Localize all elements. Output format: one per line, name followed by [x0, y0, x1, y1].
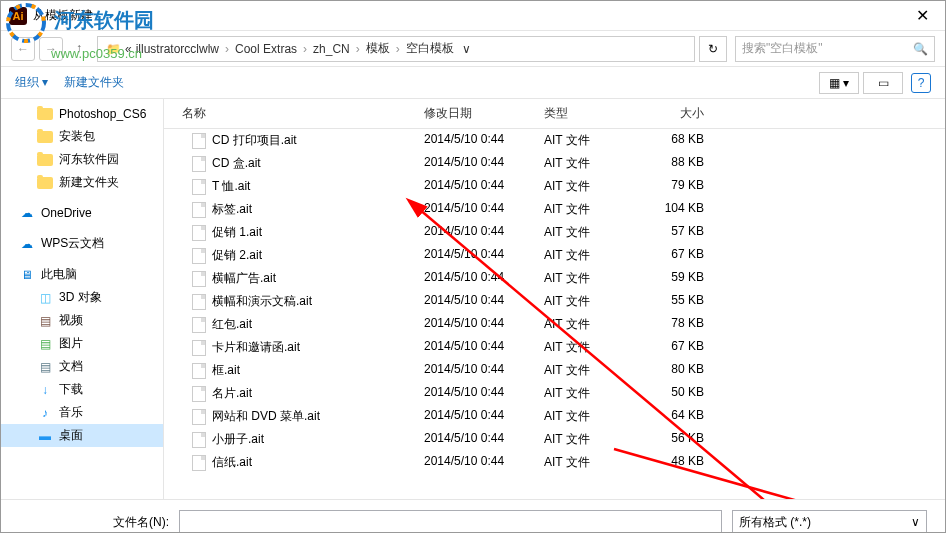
file-icon — [192, 202, 206, 218]
file-row[interactable]: CD 盒.ait 2014/5/10 0:44 AIT 文件 88 KB — [164, 152, 945, 175]
image-icon: ▤ — [37, 336, 53, 352]
file-row[interactable]: 促销 1.ait 2014/5/10 0:44 AIT 文件 57 KB — [164, 221, 945, 244]
file-icon — [192, 294, 206, 310]
sidebar-item[interactable]: ▤视频 — [1, 309, 163, 332]
file-icon — [192, 133, 206, 149]
folder-icon — [37, 129, 53, 145]
folder-icon — [37, 152, 53, 168]
file-row[interactable]: CD 打印项目.ait 2014/5/10 0:44 AIT 文件 68 KB — [164, 129, 945, 152]
col-size-header[interactable]: 大小 — [654, 105, 734, 122]
app-icon: Ai — [9, 7, 27, 25]
desktop-icon: ▬ — [37, 428, 53, 444]
pc-icon: 🖥 — [19, 267, 35, 283]
folder-icon — [37, 175, 53, 191]
folder-icon — [37, 106, 53, 122]
music-icon: ♪ — [37, 405, 53, 421]
folder-icon: 📁 — [106, 42, 121, 56]
sidebar-item[interactable]: ▤文档 — [1, 355, 163, 378]
file-icon — [192, 363, 206, 379]
search-box[interactable]: 搜索"空白模板" 🔍 — [735, 36, 935, 62]
col-date-header[interactable]: 修改日期 — [424, 105, 544, 122]
file-row[interactable]: 网站和 DVD 菜单.ait 2014/5/10 0:44 AIT 文件 64 … — [164, 405, 945, 428]
file-icon — [192, 317, 206, 333]
file-icon — [192, 248, 206, 264]
list-header: 名称 修改日期 类型 大小 — [164, 99, 945, 129]
file-list: 名称 修改日期 类型 大小 CD 打印项目.ait 2014/5/10 0:44… — [164, 99, 945, 499]
file-row[interactable]: T 恤.ait 2014/5/10 0:44 AIT 文件 79 KB — [164, 175, 945, 198]
file-row[interactable]: 小册子.ait 2014/5/10 0:44 AIT 文件 56 KB — [164, 428, 945, 451]
format-select[interactable]: 所有格式 (*.*) ∨ — [732, 510, 927, 533]
sidebar-item[interactable]: ☁WPS云文档 — [1, 232, 163, 255]
titlebar: Ai 从模板新建 ✕ — [1, 1, 945, 31]
window-title: 从模板新建 — [33, 7, 908, 24]
search-icon: 🔍 — [913, 42, 928, 56]
toolbar: 组织 ▾ 新建文件夹 ▦ ▾ ▭ ? — [1, 67, 945, 99]
file-row[interactable]: 框.ait 2014/5/10 0:44 AIT 文件 80 KB — [164, 359, 945, 382]
file-icon — [192, 386, 206, 402]
forward-button[interactable]: → — [39, 37, 63, 61]
file-icon — [192, 271, 206, 287]
preview-pane-button[interactable]: ▭ — [863, 72, 903, 94]
file-row[interactable]: 促销 2.ait 2014/5/10 0:44 AIT 文件 67 KB — [164, 244, 945, 267]
sidebar-item[interactable]: ☁OneDrive — [1, 202, 163, 224]
file-row[interactable]: 横幅和演示文稿.ait 2014/5/10 0:44 AIT 文件 55 KB — [164, 290, 945, 313]
doc-icon: ▤ — [37, 359, 53, 375]
file-icon — [192, 156, 206, 172]
3d-icon: ◫ — [37, 290, 53, 306]
footer: 文件名(N): 所有格式 (*.*) ∨ 新建(N) 取消 — [1, 499, 945, 533]
sidebar-item[interactable]: 河东软件园 — [1, 148, 163, 171]
download-icon: ↓ — [37, 382, 53, 398]
organize-menu[interactable]: 组织 ▾ — [15, 74, 48, 91]
onedrive-icon: ☁ — [19, 205, 35, 221]
sidebar-item[interactable]: ♪音乐 — [1, 401, 163, 424]
file-row[interactable]: 名片.ait 2014/5/10 0:44 AIT 文件 50 KB — [164, 382, 945, 405]
filename-label: 文件名(N): — [19, 514, 169, 531]
filename-input[interactable] — [179, 510, 722, 533]
close-button[interactable]: ✕ — [908, 6, 937, 25]
sidebar-item[interactable]: ◫3D 对象 — [1, 286, 163, 309]
sidebar-item[interactable]: ▤图片 — [1, 332, 163, 355]
navbar: ← → ↑ 📁 « illustratorcclwlw› Cool Extras… — [1, 31, 945, 67]
file-row[interactable]: 横幅广告.ait 2014/5/10 0:44 AIT 文件 59 KB — [164, 267, 945, 290]
file-icon — [192, 179, 206, 195]
col-type-header[interactable]: 类型 — [544, 105, 654, 122]
file-icon — [192, 432, 206, 448]
wps-icon: ☁ — [19, 236, 35, 252]
file-icon — [192, 340, 206, 356]
sidebar-item[interactable]: ↓下载 — [1, 378, 163, 401]
chevron-down-icon: ∨ — [911, 515, 920, 529]
sidebar-item[interactable]: Photoshop_CS6 — [1, 103, 163, 125]
file-icon — [192, 455, 206, 471]
file-row[interactable]: 信纸.ait 2014/5/10 0:44 AIT 文件 48 KB — [164, 451, 945, 474]
newfolder-button[interactable]: 新建文件夹 — [64, 74, 124, 91]
up-button[interactable]: ↑ — [67, 37, 91, 61]
file-row[interactable]: 卡片和邀请函.ait 2014/5/10 0:44 AIT 文件 67 KB — [164, 336, 945, 359]
file-row[interactable]: 标签.ait 2014/5/10 0:44 AIT 文件 104 KB — [164, 198, 945, 221]
sidebar-item[interactable]: 安装包 — [1, 125, 163, 148]
file-row[interactable]: 红包.ait 2014/5/10 0:44 AIT 文件 78 KB — [164, 313, 945, 336]
file-icon — [192, 225, 206, 241]
breadcrumb[interactable]: 📁 « illustratorcclwlw› Cool Extras› zh_C… — [97, 36, 695, 62]
sidebar: Photoshop_CS6安装包河东软件园新建文件夹☁OneDrive☁WPS云… — [1, 99, 164, 499]
video-icon: ▤ — [37, 313, 53, 329]
view-mode-button[interactable]: ▦ ▾ — [819, 72, 859, 94]
back-button[interactable]: ← — [11, 37, 35, 61]
refresh-button[interactable]: ↻ — [699, 36, 727, 62]
file-icon — [192, 409, 206, 425]
help-button[interactable]: ? — [911, 73, 931, 93]
sidebar-item[interactable]: ▬桌面 — [1, 424, 163, 447]
breadcrumb-dropdown[interactable]: ∨ — [458, 42, 475, 56]
sidebar-item[interactable]: 🖥此电脑 — [1, 263, 163, 286]
sidebar-item[interactable]: 新建文件夹 — [1, 171, 163, 194]
col-name-header[interactable]: 名称 — [164, 105, 424, 122]
